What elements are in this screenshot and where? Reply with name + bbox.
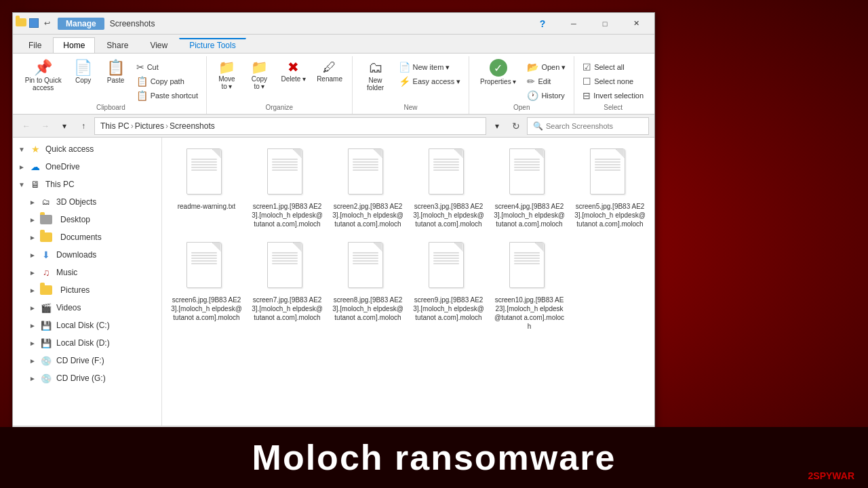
- new-folder-button[interactable]: 🗂 Newfolder: [358, 58, 393, 94]
- address-dropdown-button[interactable]: ▾: [489, 118, 505, 134]
- file-item-1[interactable]: readme-warning.txt: [167, 143, 245, 234]
- open-button[interactable]: 📂 Open ▾: [524, 60, 568, 74]
- sidebar-item-this-pc[interactable]: ▼ 🖥 This PC: [13, 176, 161, 193]
- history-icon: 🕐: [527, 90, 538, 101]
- select-all-button[interactable]: ☑ Select all: [580, 60, 646, 74]
- sidebar-item-videos[interactable]: ► 🎬 Videos: [13, 299, 161, 317]
- file-item-5[interactable]: screen4.jpg.[9B83 AE23].[moloch_h elpdes…: [490, 143, 568, 234]
- sidebar-item-pictures[interactable]: ► Pictures: [13, 281, 161, 299]
- rename-button[interactable]: 🖊 Rename: [313, 58, 347, 85]
- sidebar-item-quick-access[interactable]: ▼ ★ Quick access: [13, 140, 161, 158]
- history-button[interactable]: 🕐 History: [524, 89, 568, 102]
- paste-label: Paste: [107, 77, 125, 84]
- checkmark-icon: ✓: [490, 59, 507, 77]
- sidebar-item-local-disk-d[interactable]: ► 💾 Local Disk (D:): [13, 334, 161, 352]
- save-icon: [29, 18, 39, 28]
- select-none-button[interactable]: ☐ Select none: [580, 75, 646, 88]
- sidebar-item-cd-g[interactable]: ► 💿 CD Drive (G:): [13, 369, 161, 387]
- sidebar-item-desktop[interactable]: ► Desktop: [13, 211, 161, 228]
- manage-tab-badge[interactable]: Manage: [58, 18, 104, 30]
- cut-button[interactable]: ✂ Cut: [134, 60, 201, 74]
- path-pictures[interactable]: Pictures: [135, 121, 164, 131]
- easy-access-button[interactable]: ⚡ Easy access ▾: [396, 75, 464, 88]
- organize-label: Organize: [265, 104, 293, 113]
- file-item-9[interactable]: screen8.jpg.[9B83 AE23].[moloch_h elpdes…: [329, 237, 407, 336]
- file-icon-3: [348, 148, 389, 199]
- pictures-folder-icon: [40, 285, 52, 295]
- address-path[interactable]: This PC › Pictures › Screenshots: [94, 117, 486, 135]
- up-button[interactable]: ↑: [75, 118, 92, 134]
- file-icon-2: [267, 148, 308, 199]
- tab-picture-tools[interactable]: Picture Tools: [179, 38, 245, 53]
- new-item-button[interactable]: 📄 New item ▾: [396, 60, 464, 74]
- copy-to-button[interactable]: 📁 Copyto ▾: [244, 58, 274, 93]
- window-controls: ─ □ ✕: [558, 13, 652, 35]
- sidebar-label-onedrive: OneDrive: [45, 162, 80, 171]
- properties-button[interactable]: ✓ Properties ▾: [475, 58, 521, 87]
- pin-to-quick-access-button[interactable]: 📌 Pin to Quickaccess: [21, 58, 66, 94]
- file-item-2[interactable]: screen1.jpg.[9B83 AE23].[moloch_h elpdes…: [248, 143, 326, 234]
- file-item-8[interactable]: screen7.jpg.[9B83 AE23].[moloch_h elpdes…: [248, 237, 326, 336]
- recent-locations-button[interactable]: ▾: [56, 118, 73, 134]
- tab-view[interactable]: View: [140, 37, 178, 53]
- videos-icon: 🎬: [40, 302, 52, 314]
- back-button[interactable]: ←: [18, 118, 35, 134]
- refresh-button[interactable]: ↻: [508, 118, 524, 134]
- tab-file[interactable]: File: [18, 37, 52, 53]
- file-item-4[interactable]: screen3.jpg.[9B83 AE23].[moloch_h elpdes…: [410, 143, 488, 234]
- invert-selection-button[interactable]: ⊟ Invert selection: [580, 89, 646, 102]
- copy-path-button[interactable]: 📋 Copy path: [134, 75, 201, 88]
- file-page-2: [267, 148, 302, 195]
- file-item-7[interactable]: screen6.jpg.[9B83 AE23].[moloch_h elpdes…: [167, 237, 245, 336]
- local-d-arrow: ►: [29, 340, 40, 347]
- desktop-folder-icon: [40, 215, 52, 224]
- file-item-6[interactable]: screen5.jpg.[9B83 AE23].[moloch_h elpdes…: [571, 143, 649, 234]
- minimize-button[interactable]: ─: [558, 13, 589, 35]
- file-name-2: screen1.jpg.[9B83 AE23].[moloch_h elpdes…: [251, 202, 323, 228]
- sidebar-label-downloads: Downloads: [56, 250, 96, 260]
- copy-button[interactable]: 📄 Copy: [68, 58, 98, 87]
- file-name-6: screen5.jpg.[9B83 AE23].[moloch_h elpdes…: [574, 202, 646, 228]
- file-icon-8: [267, 242, 308, 293]
- sidebar-item-downloads[interactable]: ► ⬇ Downloads: [13, 246, 161, 264]
- file-name-7: screen6.jpg.[9B83 AE23].[moloch_h elpdes…: [170, 296, 243, 322]
- forward-button[interactable]: →: [37, 118, 54, 134]
- delete-button[interactable]: ✖ Delete ▾: [277, 58, 310, 85]
- watermark: 2SPYWAR: [808, 470, 854, 481]
- sidebar-item-documents[interactable]: ► Documents: [13, 228, 161, 246]
- sidebar-item-cd-f[interactable]: ► 💿 CD Drive (F:): [13, 352, 161, 369]
- close-button[interactable]: ✕: [620, 13, 652, 35]
- ribbon-group-select: ☑ Select all ☐ Select none ⊟ Invert sele…: [574, 56, 652, 114]
- easy-access-icon: ⚡: [399, 76, 410, 87]
- paste-icon: 📋: [106, 60, 125, 75]
- invert-selection-icon: ⊟: [583, 90, 591, 101]
- sidebar-item-onedrive[interactable]: ► ☁ OneDrive: [13, 158, 161, 176]
- tab-share[interactable]: Share: [96, 37, 138, 53]
- file-page-1: [186, 148, 222, 195]
- new-folder-label: Newfolder: [367, 77, 384, 92]
- open-small-buttons: 📂 Open ▾ ✏ Edit 🕐 History: [524, 58, 568, 102]
- path-screenshots[interactable]: Screenshots: [170, 121, 215, 131]
- file-item-11[interactable]: screen10.jpg.[9B83 AE23].[moloch_h elpde…: [490, 237, 568, 336]
- explorer-window: ↩ Manage Screenshots ? ─ □ ✕ File Home S…: [12, 12, 655, 443]
- path-thispc[interactable]: This PC: [100, 121, 130, 131]
- search-input[interactable]: [546, 122, 643, 130]
- maximize-button[interactable]: □: [589, 13, 620, 35]
- local-c-arrow: ►: [29, 322, 40, 329]
- move-to-button[interactable]: 📁 Moveto ▾: [212, 58, 241, 93]
- paste-button[interactable]: 📋 Paste: [101, 58, 131, 87]
- sidebar-item-3d-objects[interactable]: ► 🗂 3D Objects: [13, 193, 161, 211]
- file-item-3[interactable]: screen2.jpg.[9B83 AE23].[moloch_h elpdes…: [329, 143, 407, 234]
- tab-home[interactable]: Home: [53, 37, 95, 53]
- 3d-objects-icon: 🗂: [40, 196, 52, 208]
- sidebar-item-music[interactable]: ► ♫ Music: [13, 264, 161, 281]
- help-button[interactable]: ?: [527, 13, 558, 35]
- edit-button[interactable]: ✏ Edit: [524, 75, 568, 88]
- file-page-7: [186, 242, 222, 288]
- file-item-10[interactable]: screen9.jpg.[9B83 AE23].[moloch_h elpdes…: [410, 237, 488, 336]
- rename-label: Rename: [317, 75, 342, 83]
- paste-shortcut-button[interactable]: 📋 Paste shortcut: [134, 89, 201, 102]
- file-name-10: screen9.jpg.[9B83 AE23].[moloch_h elpdes…: [412, 296, 485, 322]
- pin-label: Pin to Quickaccess: [25, 77, 62, 92]
- sidebar-item-local-disk-c[interactable]: ► 💾 Local Disk (C:): [13, 317, 161, 334]
